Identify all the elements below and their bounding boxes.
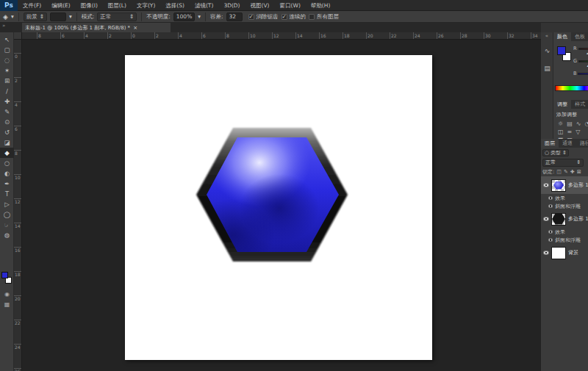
color-slider-b[interactable]: B▴	[573, 70, 588, 77]
brightness-adjustment-icon[interactable]: ☼	[558, 120, 563, 127]
crop-tool[interactable]: ⊞	[0, 76, 14, 86]
lock-position-icon[interactable]: ✚	[570, 169, 575, 175]
visibility-eye-icon[interactable]	[548, 230, 553, 234]
lock-all-icon[interactable]: ⊠	[577, 169, 581, 175]
pasteboard[interactable]	[22, 40, 541, 371]
magic-wand-tool[interactable]: ✶	[0, 65, 14, 76]
layer-name[interactable]: 多边形 1 副本	[568, 181, 588, 189]
color-slider-r[interactable]: R▴	[573, 45, 588, 52]
layer-effect-row[interactable]: 斜面和浮雕	[541, 202, 588, 210]
history-panel-icon[interactable]: ∿	[541, 45, 553, 57]
tab-路径[interactable]: 路径	[576, 139, 588, 148]
layer-row[interactable]: 背景	[541, 244, 588, 262]
visibility-eye-icon[interactable]	[548, 196, 553, 200]
layer-name[interactable]: 背景	[568, 249, 578, 256]
hexagon-shape[interactable]	[193, 124, 352, 268]
pattern-swatch[interactable]	[50, 12, 66, 21]
zoom-tool[interactable]: ◍	[0, 230, 14, 240]
healing-brush-tool[interactable]: ✚	[0, 96, 14, 107]
move-tool[interactable]: ↖	[0, 35, 14, 45]
layer-effect-row[interactable]: 效果	[541, 228, 588, 236]
menu-item[interactable]: 帮助(H)	[306, 0, 336, 11]
tab-图层[interactable]: 图层	[541, 139, 559, 148]
shape-tool[interactable]: ◯	[0, 209, 14, 220]
visibility-eye-icon[interactable]	[543, 251, 549, 255]
menu-item[interactable]: 滤镜(T)	[190, 0, 218, 11]
lock-pixels-icon[interactable]: ✎	[564, 169, 568, 175]
path-selection-tool[interactable]: ▷	[0, 199, 14, 209]
marquee-tool[interactable]: ▢	[0, 45, 14, 55]
lasso-tool[interactable]: ◌	[0, 55, 14, 65]
visibility-eye-icon[interactable]	[548, 204, 553, 208]
tab-调整[interactable]: 调整	[553, 100, 571, 109]
checkbox[interactable]	[309, 14, 315, 20]
clone-stamp-tool[interactable]: ⊙	[0, 117, 14, 127]
checkbox[interactable]: ✓	[248, 14, 254, 20]
panel-foreground-swatch[interactable]	[557, 46, 566, 55]
ruler-origin-box[interactable]	[14, 32, 22, 40]
bw-adjustment-icon[interactable]: ▽	[576, 129, 580, 135]
dock-collapse-icon[interactable]: «	[541, 32, 553, 39]
menu-item[interactable]: 视图(V)	[245, 0, 275, 11]
dodge-tool[interactable]: ◐	[0, 168, 14, 179]
tolerance-input[interactable]: 32	[226, 12, 243, 21]
brush-tool[interactable]: ✎	[0, 107, 14, 117]
document-tab[interactable]: 未标题-1 @ 100% (多边形 1 副本, RGB/8) * ×	[22, 23, 171, 32]
layer-row[interactable]: 多边形 1	[541, 210, 588, 228]
foreground-color-swatch[interactable]	[1, 272, 8, 278]
tab-色板[interactable]: 色板	[571, 32, 588, 41]
pattern-arrow-icon[interactable]: ▾	[69, 13, 72, 20]
layer-name[interactable]: 多边形 1	[568, 215, 588, 223]
hand-tool[interactable]: ☞	[0, 220, 14, 230]
canvas[interactable]	[125, 55, 432, 360]
tool-preset-arrow-icon[interactable]: ▾	[11, 13, 14, 20]
tab-颜色[interactable]: 颜色	[553, 32, 571, 41]
quick-mask-button[interactable]: ◉	[0, 289, 14, 298]
levels-adjustment-icon[interactable]: ▤	[567, 120, 573, 127]
color-spectrum-ramp[interactable]	[555, 85, 588, 91]
visibility-eye-icon[interactable]	[543, 217, 549, 221]
layer-filter-kind-dropdown[interactable]: ○ 类型 ⇕	[542, 149, 569, 156]
layer-thumbnail[interactable]	[551, 213, 566, 226]
screen-mode-button[interactable]: ▦	[0, 300, 14, 309]
fill-source-dropdown[interactable]: 前景 ⇕	[24, 12, 47, 21]
menu-item[interactable]: 编辑(E)	[46, 0, 76, 11]
layer-row[interactable]: 多边形 1 副本	[541, 176, 588, 194]
menu-item[interactable]: 图层(L)	[103, 0, 132, 11]
layer-effect-row[interactable]: 效果	[541, 194, 588, 202]
toolbar-collapse-icon[interactable]: »	[2, 23, 5, 29]
slider-track[interactable]: ▴	[578, 73, 588, 75]
paint-bucket-tool[interactable]: ◆	[0, 148, 14, 158]
menu-item[interactable]: 3D(D)	[218, 0, 245, 11]
exposure-adjustment-icon[interactable]: ◔	[584, 120, 588, 127]
curves-adjustment-icon[interactable]: ∿	[576, 120, 581, 127]
lock-transparency-icon[interactable]: ◫	[556, 169, 562, 175]
menu-item[interactable]: 窗口(W)	[275, 0, 306, 11]
tab-close-icon[interactable]: ×	[133, 25, 137, 31]
vertical-ruler[interactable]: 02468101214161820222426	[14, 40, 22, 371]
checkbox[interactable]: ✓	[282, 14, 287, 20]
layer-thumbnail[interactable]	[551, 247, 566, 259]
visibility-eye-icon[interactable]	[548, 238, 553, 242]
menu-item[interactable]: 文件(F)	[18, 0, 46, 11]
menu-item[interactable]: 选择(S)	[160, 0, 190, 11]
blur-tool[interactable]: ○	[0, 158, 14, 168]
history-brush-tool[interactable]: ↺	[0, 127, 14, 137]
type-tool[interactable]: T	[0, 189, 14, 199]
tab-通道[interactable]: 通道	[559, 139, 576, 148]
eraser-tool[interactable]: ◪	[0, 137, 14, 148]
color-slider-g[interactable]: G▴	[573, 57, 588, 65]
menu-item[interactable]: 文字(Y)	[132, 0, 160, 11]
visibility-eye-icon[interactable]	[543, 183, 549, 187]
opacity-arrow-icon[interactable]: ▾	[198, 13, 201, 20]
layer-thumbnail[interactable]	[551, 179, 566, 192]
properties-panel-icon[interactable]: ▤	[541, 62, 553, 74]
layer-effect-row[interactable]: 斜面和浮雕	[541, 236, 588, 244]
slider-track[interactable]: ▴	[578, 60, 588, 62]
tab-样式[interactable]: 样式	[571, 100, 588, 109]
opacity-input[interactable]: 100%	[173, 12, 195, 21]
eyedropper-tool[interactable]: ∕	[0, 86, 14, 96]
menu-item[interactable]: 图像(I)	[76, 0, 103, 11]
slider-track[interactable]: ▴	[578, 48, 588, 50]
horizontal-ruler[interactable]: 8642024681012141618202224262830323436	[22, 32, 541, 40]
